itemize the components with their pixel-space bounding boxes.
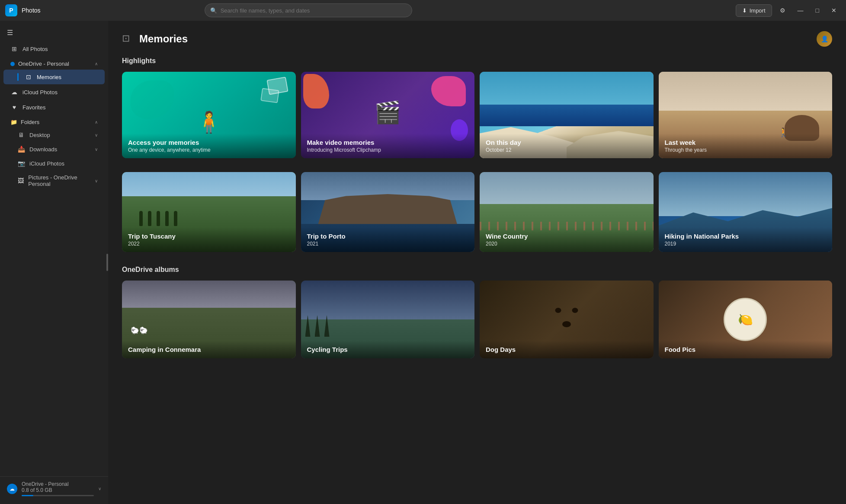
dog-title: Dog Days bbox=[486, 346, 647, 353]
highlights-grid: 🧍 Access your memories One any device, a… bbox=[122, 72, 832, 158]
tuscany-title: Trip to Tuscany bbox=[128, 233, 290, 240]
import-label: Import bbox=[750, 7, 766, 14]
desktop-label: Desktop bbox=[29, 132, 50, 138]
card-last-week-overlay: Last week Through the years bbox=[659, 134, 833, 158]
import-icon: ⬇ bbox=[742, 7, 747, 14]
video-memories-subtitle: Introducing Microsoft Clipchamp bbox=[307, 147, 469, 153]
sidebar-item-memories[interactable]: ⊡ Memories bbox=[3, 70, 105, 84]
dog-eye-left bbox=[555, 308, 561, 313]
album-card-food[interactable]: 🍋 Food Pics bbox=[659, 281, 833, 358]
last-week-sky bbox=[659, 72, 833, 115]
icloud-photos-label: iCloud Photos bbox=[29, 160, 64, 167]
memory-card-national-parks[interactable]: Hiking in National Parks 2019 bbox=[659, 172, 833, 252]
hamburger-button[interactable]: ☰ bbox=[0, 24, 108, 41]
porto-title: Trip to Porto bbox=[307, 233, 469, 240]
page-title-row: ⊡ Memories bbox=[122, 33, 188, 45]
on-this-day-title: On this day bbox=[486, 139, 647, 146]
highlight-card-on-this-day[interactable]: On this day October 12 bbox=[480, 72, 654, 158]
connemara-sky bbox=[122, 281, 296, 312]
video-memories-title: Make video memories bbox=[307, 139, 469, 146]
sidebar-item-downloads[interactable]: 📥 Downloads ∨ bbox=[3, 142, 105, 156]
folders-label: Folders bbox=[21, 119, 39, 125]
cypress-2 bbox=[148, 211, 151, 226]
search-icon: 🔍 bbox=[210, 7, 217, 14]
storage-bar-fill bbox=[22, 495, 33, 496]
all-photos-icon: ⊞ bbox=[10, 45, 18, 52]
dog-nose bbox=[562, 321, 571, 327]
search-bar[interactable]: 🔍 bbox=[205, 3, 412, 17]
sidebar-footer: ☁ OneDrive - Personal 0.8 of 5.0 GB ∨ bbox=[0, 476, 108, 501]
dog-eye-right bbox=[572, 308, 578, 313]
app-body: ☰ ⊞ All Photos OneDrive - Personal ∧ ⊡ M… bbox=[0, 21, 846, 504]
hamburger-icon: ☰ bbox=[7, 29, 13, 36]
settings-button[interactable]: ⚙ bbox=[776, 4, 790, 16]
page-title: Memories bbox=[139, 33, 188, 45]
app-title: Photos bbox=[22, 7, 41, 14]
pine-2 bbox=[315, 315, 320, 337]
food-title: Food Pics bbox=[665, 346, 827, 353]
import-button[interactable]: ⬇ Import bbox=[736, 4, 772, 17]
album-card-cycling[interactable]: Cycling Trips bbox=[301, 281, 475, 358]
avatar[interactable]: 👤 bbox=[817, 31, 832, 47]
desktop-icon: 🖥 bbox=[17, 131, 25, 138]
memory-card-wine-country[interactable]: Wine Country 2020 bbox=[480, 172, 654, 252]
minimize-button[interactable]: — bbox=[793, 4, 808, 16]
wine-year: 2020 bbox=[486, 241, 647, 247]
sidebar-resize-handle[interactable] bbox=[106, 254, 108, 271]
highlight-card-video-memories[interactable]: 🎬 Make video memories Introducing Micros… bbox=[301, 72, 475, 158]
tuscany-trees bbox=[139, 211, 177, 226]
tuscany-year: 2022 bbox=[128, 241, 290, 247]
downloads-icon: 📥 bbox=[17, 146, 25, 153]
sidebar-item-all-photos[interactable]: ⊞ All Photos bbox=[3, 41, 105, 56]
connemara-title: Camping in Connemara bbox=[128, 346, 290, 353]
highlight-card-last-week[interactable]: 🚶 Last week Through the years bbox=[659, 72, 833, 158]
sidebar-item-desktop[interactable]: 🖥 Desktop ∨ bbox=[3, 128, 105, 142]
porto-year: 2021 bbox=[307, 241, 469, 247]
favorites-label: Favorites bbox=[22, 104, 45, 111]
cycling-text-overlay: Cycling Trips bbox=[301, 341, 475, 358]
highlight-card-access-memories[interactable]: 🧍 Access your memories One any device, a… bbox=[122, 72, 296, 158]
clapboard-icon: 🎬 bbox=[374, 100, 401, 125]
cypress-5 bbox=[174, 211, 177, 226]
app-logo: P bbox=[5, 4, 17, 16]
album-card-connemara[interactable]: 🐑🐑 Camping in Connemara bbox=[122, 281, 296, 358]
sidebar-nav: ☰ ⊞ All Photos OneDrive - Personal ∧ ⊡ M… bbox=[0, 24, 108, 476]
pictures-chevron: ∨ bbox=[95, 179, 98, 183]
albums-section-title: OneDrive albums bbox=[122, 266, 832, 274]
titlebar: P Photos 🔍 ⬇ Import ⚙ — □ ✕ bbox=[0, 0, 846, 21]
onedrive-label: OneDrive - Personal bbox=[18, 61, 69, 67]
food-on-plate-icon: 🍋 bbox=[738, 313, 753, 327]
search-input[interactable] bbox=[221, 7, 407, 14]
pine-3 bbox=[324, 315, 330, 337]
dog-eyes bbox=[555, 308, 578, 313]
sidebar-item-icloud-photos[interactable]: 📷 iCloud Photos bbox=[3, 156, 105, 170]
folders-chevron: ∧ bbox=[95, 120, 98, 124]
storage-chevron: ∨ bbox=[98, 486, 101, 491]
cypress-3 bbox=[157, 211, 160, 226]
cypress-4 bbox=[165, 211, 169, 226]
storage-label: OneDrive - Personal bbox=[22, 481, 94, 487]
sidebar: ☰ ⊞ All Photos OneDrive - Personal ∧ ⊡ M… bbox=[0, 21, 108, 504]
access-memories-subtitle: One any device, anywhere, anytime bbox=[128, 147, 290, 153]
memory-card-porto[interactable]: Trip to Porto 2021 bbox=[301, 172, 475, 252]
sidebar-item-favorites[interactable]: ♥ Favorites bbox=[3, 100, 105, 115]
icloud-icon: ☁ bbox=[10, 89, 18, 96]
maximize-button[interactable]: □ bbox=[811, 4, 824, 16]
card-access-memories-overlay: Access your memories One any device, any… bbox=[122, 134, 296, 158]
connemara-sheep: 🐑🐑 bbox=[131, 326, 148, 335]
memories-label: Memories bbox=[37, 74, 61, 80]
sidebar-folders-header[interactable]: 📁 Folders ∧ bbox=[3, 115, 105, 127]
wine-title: Wine Country bbox=[486, 233, 647, 240]
sidebar-item-pictures[interactable]: 🖼 Pictures - OneDrive Personal ∨ bbox=[3, 171, 105, 191]
titlebar-actions: ⬇ Import ⚙ — □ ✕ bbox=[736, 4, 841, 17]
memory-card-tuscany[interactable]: Trip to Tuscany 2022 bbox=[122, 172, 296, 252]
porto-text-overlay: Trip to Porto 2021 bbox=[301, 227, 475, 252]
album-card-dog[interactable]: Dog Days bbox=[480, 281, 654, 358]
folders-icon: 📁 bbox=[10, 119, 17, 125]
close-button[interactable]: ✕ bbox=[827, 4, 841, 16]
sidebar-onedrive-header[interactable]: OneDrive - Personal ∧ bbox=[3, 57, 105, 69]
sidebar-item-icloud[interactable]: ☁ iCloud Photos bbox=[3, 85, 105, 99]
teal-blob-decoration bbox=[131, 80, 174, 119]
video-blob-pink bbox=[431, 76, 466, 106]
desktop-chevron: ∨ bbox=[95, 133, 98, 137]
